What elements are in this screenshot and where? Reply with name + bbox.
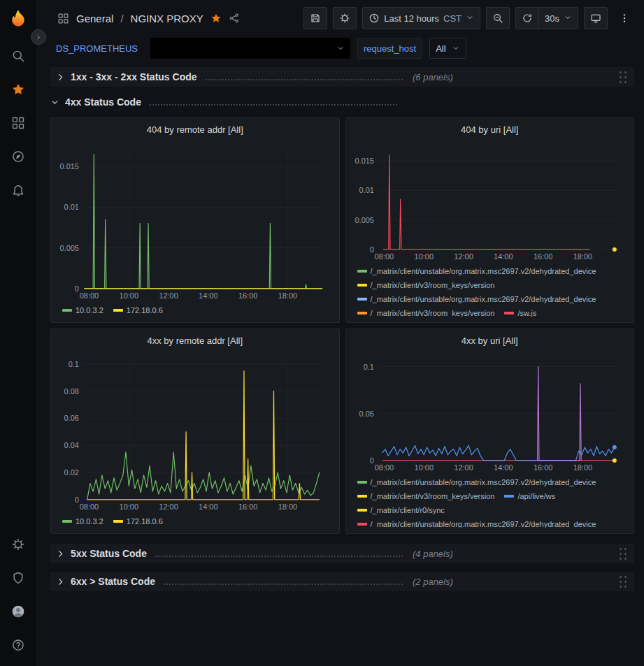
- legend-item[interactable]: 172.18.0.6: [113, 515, 163, 528]
- legend-item[interactable]: /sw.js: [504, 307, 536, 317]
- svg-text:0.01: 0.01: [64, 203, 79, 211]
- svg-text:12:00: 12:00: [454, 252, 473, 261]
- breadcrumb-dashboard-title[interactable]: NGINX PROXY: [131, 13, 203, 24]
- server-admin-shield-icon[interactable]: [1, 561, 35, 595]
- svg-text:10:00: 10:00: [414, 463, 433, 472]
- legend-marker: [504, 312, 514, 314]
- kebab-menu-icon[interactable]: [613, 7, 636, 29]
- panel-title[interactable]: 4xx by remote addr [All]: [58, 332, 332, 350]
- row-title: 6xx > Status Code: [71, 576, 155, 587]
- request-host-variable-label[interactable]: request_host: [357, 38, 422, 59]
- panel-title[interactable]: 4xx by uri [All]: [353, 332, 627, 350]
- refresh-interval-label: 30s: [545, 13, 559, 24]
- row-drag-handle[interactable]: [617, 573, 629, 590]
- breadcrumb-folder[interactable]: General: [76, 13, 113, 24]
- time-range-picker[interactable]: Last 12 hours CST: [362, 7, 480, 29]
- legend-item[interactable]: /_matrix/client/r0/sync: [357, 504, 445, 516]
- time-series-chart[interactable]: 00.050.108:0010:0012:0014:0016:0018:00: [353, 350, 627, 473]
- request-host-variable-value: All: [436, 43, 445, 54]
- panel-legend: 10.0.3.2172.18.0.6: [58, 512, 332, 528]
- row-header-1xx-3xx-2xx[interactable]: 1xx - 3xx - 2xx Status Code (6 panels): [50, 67, 634, 87]
- legend-item[interactable]: /_matrix/client/unstable/org.matrix.msc2…: [357, 476, 596, 488]
- row-header-5xx[interactable]: 5xx Status Code (4 panels): [50, 544, 634, 563]
- legend-item[interactable]: /_matrix/client/v3/room_keys/version: [357, 307, 495, 317]
- legend-item[interactable]: /_matrix/client/unstable/org.matrix.msc2…: [357, 265, 596, 277]
- share-icon[interactable]: [229, 13, 240, 24]
- legend-label: /_matrix/client/unstable/org.matrix.msc2…: [371, 476, 596, 488]
- svg-text:0: 0: [369, 456, 373, 465]
- zoom-out-time-button[interactable]: [486, 7, 510, 29]
- svg-text:0: 0: [75, 495, 79, 504]
- explore-icon[interactable]: [1, 140, 35, 173]
- help-icon[interactable]: [1, 628, 35, 662]
- search-icon[interactable]: [1, 39, 35, 73]
- breadcrumb-separator: /: [120, 13, 123, 24]
- row-title-group: 5xx Status Code: [56, 548, 406, 559]
- svg-text:0.1: 0.1: [69, 360, 79, 368]
- legend-item[interactable]: 172.18.0.6: [113, 304, 163, 317]
- legend-label: 172.18.0.6: [127, 515, 163, 528]
- refresh-button[interactable]: [515, 7, 539, 29]
- legend-label: /_matrix/client/v3/room_keys/version: [371, 307, 495, 317]
- legend-label: /_matrix/client/v3/room_keys/version: [371, 279, 495, 291]
- svg-text:14:00: 14:00: [494, 463, 513, 472]
- starred-dashboards-icon[interactable]: [1, 73, 35, 106]
- main-area: General / NGINX PROXY Last 12 hours: [36, 0, 644, 666]
- panel-chart-area[interactable]: 00.0050.010.01508:0010:0012:0014:0016:00…: [58, 139, 332, 301]
- tv-mode-button[interactable]: [584, 7, 608, 29]
- legend-label: /_matrix/client/v3/room_keys/version: [371, 490, 495, 502]
- panel-title[interactable]: 404 by remote addr [All]: [58, 121, 332, 139]
- save-dashboard-button[interactable]: [303, 7, 327, 29]
- panel: 404 by uri [All] 00.0050.010.01508:0010:…: [345, 117, 635, 323]
- legend-item[interactable]: /api/live/ws: [504, 490, 555, 502]
- template-variables-row: DS_PROMETHEUS request_host All: [36, 36, 644, 66]
- panel-chart-area[interactable]: 00.050.108:0010:0012:0014:0016:0018:00: [353, 350, 627, 473]
- row-header-4xx[interactable]: 4xx Status Code: [50, 92, 634, 112]
- svg-text:10:00: 10:00: [120, 291, 138, 300]
- panel-chart-area[interactable]: 00.020.040.060.080.108:0010:0012:0014:00…: [58, 350, 332, 512]
- row-dots: [155, 550, 403, 557]
- user-avatar[interactable]: [1, 595, 35, 628]
- svg-text:08:00: 08:00: [80, 502, 99, 511]
- row-drag-handle[interactable]: [617, 545, 629, 562]
- legend-marker: [62, 309, 72, 312]
- legend-item[interactable]: /_matrix/client/unstable/org.matrix.msc2…: [357, 293, 596, 305]
- time-series-chart[interactable]: 00.020.040.060.080.108:0010:0012:0014:00…: [58, 350, 332, 512]
- legend-item[interactable]: 10.0.3.2: [62, 304, 103, 317]
- row-dots: [206, 73, 403, 80]
- panel-chart-area[interactable]: 00.0050.010.01508:0010:0012:0014:0016:00…: [353, 139, 627, 262]
- request-host-variable-dropdown[interactable]: All: [429, 38, 466, 59]
- legend-marker: [357, 312, 367, 314]
- legend-marker: [504, 495, 514, 498]
- svg-text:14:00: 14:00: [199, 502, 217, 511]
- dashboards-icon[interactable]: [1, 106, 35, 140]
- legend-item[interactable]: /_matrix/client/v3/room_keys/version: [357, 490, 495, 502]
- refresh-interval-dropdown[interactable]: 30s: [539, 7, 578, 29]
- legend-label: 10.0.3.2: [76, 515, 103, 528]
- favorite-star-icon[interactable]: [210, 13, 222, 24]
- svg-text:10:00: 10:00: [414, 252, 433, 261]
- legend-item[interactable]: /_matrix/client/v3/room_keys/version: [357, 279, 495, 291]
- datasource-variable-dropdown[interactable]: [150, 38, 350, 59]
- time-series-chart[interactable]: 00.0050.010.01508:0010:0012:0014:0016:00…: [58, 139, 332, 301]
- grafana-logo[interactable]: [6, 6, 31, 31]
- svg-text:0: 0: [75, 284, 79, 293]
- legend-item[interactable]: /_matrix/client/unstable/org.matrix.msc2…: [357, 518, 596, 528]
- chevron-down-icon: [466, 13, 474, 24]
- legend-marker: [113, 309, 123, 312]
- time-series-chart[interactable]: 00.0050.010.01508:0010:0012:0014:0016:00…: [353, 139, 627, 262]
- legend-marker: [357, 495, 367, 498]
- row-title: 4xx Status Code: [65, 96, 141, 108]
- alerting-bell-icon[interactable]: [1, 173, 35, 207]
- svg-text:0.02: 0.02: [64, 468, 79, 477]
- sidebar-expand-button[interactable]: [31, 29, 46, 45]
- dashboard-settings-button[interactable]: [333, 7, 357, 29]
- panel-title[interactable]: 404 by uri [All]: [353, 121, 627, 139]
- chevron-right-icon: [56, 73, 65, 82]
- configuration-gear-icon[interactable]: [1, 528, 35, 561]
- legend-item[interactable]: 10.0.3.2: [62, 515, 103, 528]
- dashboard: 1xx - 3xx - 2xx Status Code (6 panels) 4…: [36, 66, 644, 666]
- datasource-variable-label[interactable]: DS_PROMETHEUS: [50, 39, 143, 58]
- row-drag-handle[interactable]: [617, 68, 629, 85]
- row-header-6xx[interactable]: 6xx > Status Code (2 panels): [50, 572, 634, 591]
